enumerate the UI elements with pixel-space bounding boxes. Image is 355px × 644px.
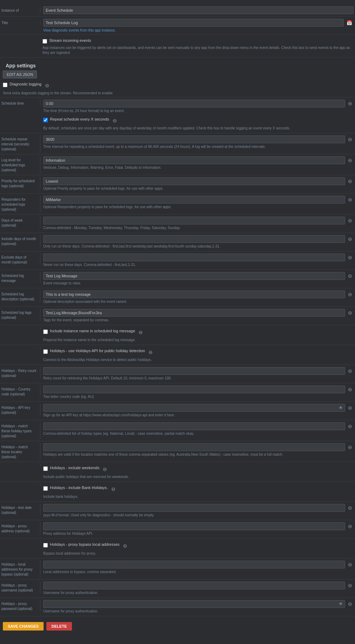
priority-input[interactable] <box>43 177 345 185</box>
holidays-retry-hint: Retry count for retrieving the Holidays … <box>43 376 354 381</box>
holidays-proxy-input-row: ⊖ <box>43 522 354 530</box>
scheduled-msg-label: Scheduled log message <box>1 272 40 283</box>
priority-content: ⊖ Optional Priority property to pass for… <box>43 177 354 191</box>
schedule-time-input[interactable] <box>43 100 345 107</box>
holidays-retry-input[interactable] <box>43 367 345 375</box>
holidays-country-label: Holidays - Country code (optional) <box>1 385 40 397</box>
include-instance-info-icon[interactable]: ⊖ <box>137 329 144 336</box>
holidays-proxy-bypass-info-icon[interactable]: ⊖ <box>122 542 129 549</box>
holidays-local-input[interactable] <box>43 561 345 568</box>
holidays-testdate-info-icon[interactable]: ⊖ <box>346 504 354 511</box>
scheduled-tags-input[interactable] <box>43 309 345 317</box>
calendar-icon[interactable]: 📅 <box>345 20 354 26</box>
responders-info-icon[interactable]: ⊖ <box>346 196 354 203</box>
holidays-local-row: Holidays - local addresses for proxy byp… <box>0 559 355 579</box>
save-button[interactable]: SAVE CHANGES <box>3 622 44 631</box>
exclude-days-input-row: ⊖ <box>43 254 354 261</box>
holidays-proxy-pass-info-icon[interactable]: ⊖ <box>346 600 354 607</box>
holidays-proxy-user-input[interactable] <box>43 582 345 589</box>
scheduled-desc-input[interactable] <box>43 290 345 298</box>
holidays-weekends-info-icon[interactable]: ⊖ <box>101 466 108 473</box>
holidays-apikey-eye-icon[interactable]: 👁 <box>339 405 343 410</box>
diagnostic-label: Diagnostic logging <box>10 82 41 86</box>
repeat-hint: By default, schedules are once per day w… <box>43 126 354 131</box>
holidays-testdate-input-row: ⊖ <box>43 504 354 512</box>
include-instance-row: Include instance name in scheduled log m… <box>0 325 355 345</box>
repeat-interval-info-icon[interactable]: ⊖ <box>346 136 354 143</box>
repeat-interval-input[interactable] <box>43 135 345 143</box>
holidays-bank-hint: Include bank holidays. <box>43 494 354 499</box>
repeat-checkbox[interactable] <box>43 118 48 122</box>
log-level-input[interactable] <box>43 156 345 164</box>
holidays-apikey-wrap: 👁 <box>43 404 345 412</box>
stream-hint: App instances can be triggered by alerts… <box>43 45 352 55</box>
holidays-api-label-empty <box>1 347 40 349</box>
exclude-days-content: ⊖ Never run on these days. Comma-delimit… <box>43 254 354 267</box>
log-level-row: Log level for scheduled logs (optional) … <box>0 154 355 175</box>
holidays-proxy-pass-eye-icon[interactable]: 👁 <box>339 601 343 606</box>
holidays-proxy-bypass-checkbox[interactable] <box>43 543 48 548</box>
holidays-proxy-pass-row: Holidays - proxy password (optional) 👁 ⊖… <box>0 598 355 616</box>
instance-row: Instance of <box>0 4 355 17</box>
scheduled-desc-info-icon[interactable]: ⊖ <box>346 291 354 298</box>
scheduled-desc-label: Scheduled log description (optional) <box>1 290 40 302</box>
priority-info-icon[interactable]: ⊖ <box>346 178 354 185</box>
holidays-api-checkbox[interactable] <box>43 349 48 354</box>
diagnostic-checkbox[interactable] <box>3 83 7 87</box>
holidays-country-info-icon[interactable]: ⊖ <box>346 386 354 393</box>
responders-input[interactable] <box>43 196 345 204</box>
view-diagnostic-link[interactable]: View diagnostic events from this app ins… <box>43 28 116 32</box>
stream-checkbox[interactable] <box>43 39 47 44</box>
holidays-api-info-icon[interactable]: ⊖ <box>147 349 154 356</box>
holidays-testdate-label: Holidays - test date (optional) <box>1 504 40 515</box>
diagnostic-info-icon[interactable]: ⊖ <box>44 82 51 89</box>
holidays-local-info-icon[interactable]: ⊖ <box>346 561 354 568</box>
holidays-types-input[interactable] <box>43 422 345 430</box>
scheduled-tags-info-icon[interactable]: ⊖ <box>346 309 354 316</box>
holidays-retry-info-icon[interactable]: ⊖ <box>346 367 354 374</box>
include-days-input[interactable] <box>43 235 345 243</box>
title-input[interactable] <box>43 19 344 27</box>
responders-row: Responders for scheduled logs (optional)… <box>0 194 355 215</box>
holidays-bank-checkbox[interactable] <box>43 486 48 491</box>
days-of-week-input[interactable] <box>43 217 345 224</box>
scheduled-msg-info-icon[interactable]: ⊖ <box>346 272 354 279</box>
holidays-types-info-icon[interactable]: ⊖ <box>346 423 354 430</box>
holidays-apikey-label: Holidays - API key (optional) <box>1 404 40 415</box>
holidays-locales-input[interactable] <box>43 443 345 451</box>
exclude-days-input[interactable] <box>43 254 345 261</box>
exclude-days-hint: Never run on these days. Comma-delimited… <box>43 262 354 267</box>
holidays-api-label: Holidays - use Holidays API for public h… <box>50 349 145 353</box>
title-row-inner: Title 📅 <box>1 19 354 27</box>
include-days-label: Include days of month (optional) <box>1 235 40 246</box>
delete-button[interactable]: DELETE <box>46 622 72 631</box>
holidays-apikey-input[interactable] <box>43 404 345 412</box>
holidays-country-content: ⊖ Two letter country code (eg. AU). <box>43 385 354 399</box>
holidays-testdate-input[interactable] <box>43 504 345 512</box>
holidays-apikey-info-icon[interactable]: ⊖ <box>346 404 354 411</box>
holidays-local-label: Holidays - local addresses for proxy byp… <box>1 561 40 577</box>
scheduled-desc-row: Scheduled log description (optional) ⊖ O… <box>0 288 355 307</box>
days-of-week-info-icon[interactable]: ⊖ <box>346 217 354 224</box>
instance-input[interactable] <box>43 6 354 14</box>
holidays-weekends-checkbox-row: Holidays - include weekends ⊖ <box>43 464 354 473</box>
holidays-weekends-checkbox[interactable] <box>43 466 48 471</box>
holidays-local-hint: Local addresses to bypass, comma separat… <box>43 570 354 574</box>
repeat-info-icon[interactable]: ⊖ <box>111 117 118 124</box>
holidays-proxy-pass-input[interactable] <box>43 600 345 608</box>
holidays-proxy-user-info-icon[interactable]: ⊖ <box>346 582 354 589</box>
holidays-proxy-input[interactable] <box>43 522 345 530</box>
holidays-apikey-input-row: 👁 ⊖ <box>43 404 354 412</box>
edit-json-button[interactable]: EDIT AS JSON <box>3 71 37 78</box>
include-days-info-icon[interactable]: ⊖ <box>346 235 354 243</box>
holidays-locales-info-icon[interactable]: ⊖ <box>346 444 354 451</box>
log-level-info-icon[interactable]: ⊖ <box>346 157 354 164</box>
holidays-bank-info-icon[interactable]: ⊖ <box>110 485 117 493</box>
scheduled-msg-input[interactable] <box>43 272 345 280</box>
exclude-days-info-icon[interactable]: ⊖ <box>346 254 354 261</box>
holidays-country-input[interactable] <box>43 385 345 393</box>
repeat-interval-input-row: ⊖ <box>43 135 354 143</box>
holidays-proxy-info-icon[interactable]: ⊖ <box>346 523 354 530</box>
schedule-time-info-icon[interactable]: ⊖ <box>346 100 354 107</box>
include-instance-checkbox[interactable] <box>43 329 48 334</box>
